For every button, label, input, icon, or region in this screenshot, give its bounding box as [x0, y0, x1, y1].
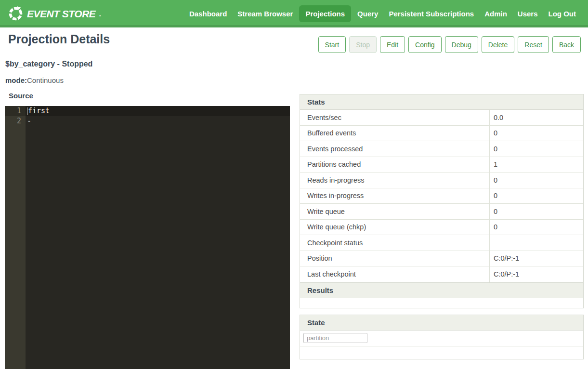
nav-item-admin[interactable]: Admin: [480, 5, 511, 22]
line-number: 1: [5, 106, 26, 116]
code-line[interactable]: 1 first: [5, 106, 290, 116]
mode-label: mode:: [5, 76, 27, 84]
results-empty-row: [300, 298, 583, 308]
nav-item-users[interactable]: Users: [513, 5, 542, 22]
table-row: Partitions cached 1: [300, 157, 583, 173]
source-section-label: Source: [9, 92, 33, 100]
code-line[interactable]: 2 -: [5, 116, 290, 126]
stats-header: Stats: [300, 94, 583, 110]
editor-gutter: [5, 106, 26, 369]
nav-item-log-out[interactable]: Log Out: [544, 5, 580, 22]
top-navbar: EVENT STORE . Dashboard Stream Browser P…: [0, 0, 588, 27]
line-number: 2: [5, 116, 26, 126]
delete-button[interactable]: Delete: [482, 36, 514, 53]
nav-item-persistent-subscriptions[interactable]: Persistent Subscriptions: [384, 5, 478, 22]
reset-button[interactable]: Reset: [518, 36, 549, 53]
partition-input[interactable]: [303, 333, 367, 343]
stop-button[interactable]: Stop: [349, 36, 377, 53]
results-header: Results: [300, 283, 583, 298]
state-panel: State: [300, 315, 584, 359]
table-row: Position C:0/P:-1: [300, 251, 583, 267]
mode-value: Continuous: [27, 76, 64, 84]
state-header: State: [300, 315, 583, 331]
edit-button[interactable]: Edit: [380, 36, 405, 53]
source-code-editor[interactable]: 1 first 2 -: [5, 106, 290, 369]
text-caret: [27, 107, 27, 115]
page-title: Projection Details: [8, 32, 110, 46]
state-empty-row: [300, 346, 583, 359]
brand[interactable]: EVENT STORE .: [8, 6, 101, 22]
table-row: Buffered events 0: [300, 126, 583, 142]
table-row: Write queue 0: [300, 204, 583, 220]
code-text: first: [26, 106, 50, 116]
details-column: Stats Events/sec 0.0 Buffered events 0 E…: [300, 94, 584, 359]
projection-mode: mode:Continuous: [5, 76, 64, 84]
brand-dot: .: [99, 9, 101, 19]
table-row: Reads in-progress 0: [300, 172, 583, 188]
code-text: -: [26, 116, 31, 126]
nav-menu: Dashboard Stream Browser Projections Que…: [185, 5, 580, 22]
start-button[interactable]: Start: [318, 36, 346, 53]
back-button[interactable]: Back: [552, 36, 581, 53]
table-row: Events/sec 0.0: [300, 110, 583, 126]
nav-item-dashboard[interactable]: Dashboard: [185, 5, 231, 22]
action-button-row: Start Stop Edit Config Debug Delete Rese…: [318, 36, 581, 53]
table-row: Events processed 0: [300, 141, 583, 157]
table-row: Last checkpoint C:0/P:-1: [300, 266, 583, 282]
state-input-row: [300, 331, 583, 346]
config-button[interactable]: Config: [408, 36, 441, 53]
results-panel: Results: [300, 282, 584, 308]
nav-item-query[interactable]: Query: [353, 5, 382, 22]
table-row: Writes in-progress 0: [300, 188, 583, 204]
table-row: Checkpoint status: [300, 235, 583, 251]
debug-button[interactable]: Debug: [445, 36, 478, 53]
nav-item-projections[interactable]: Projections: [299, 5, 351, 22]
eventstore-logo-icon: [8, 6, 24, 22]
stats-panel: Stats Events/sec 0.0 Buffered events 0 E…: [300, 94, 584, 283]
projection-name-status: $by_category - Stopped: [5, 60, 92, 68]
nav-item-stream-browser[interactable]: Stream Browser: [233, 5, 297, 22]
table-row: Write queue (chkp) 0: [300, 220, 583, 236]
brand-name: EVENT STORE: [27, 8, 95, 20]
